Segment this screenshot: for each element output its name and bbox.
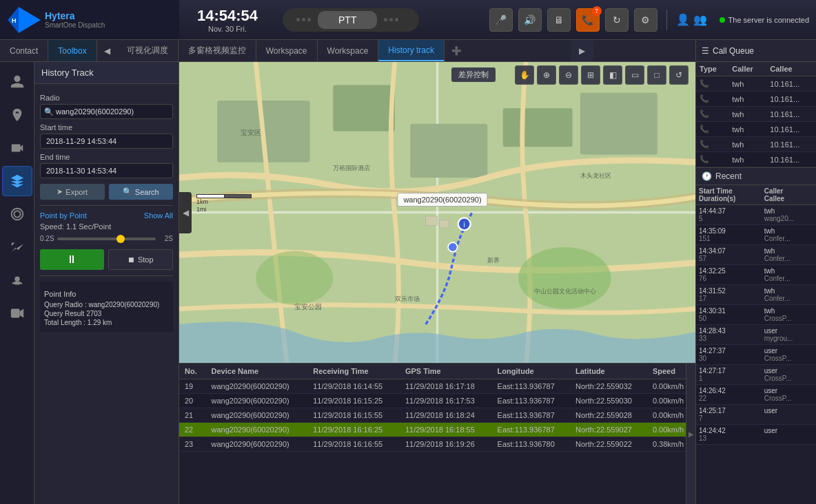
table-row[interactable]: 19wang20290(60020290)11/29/2018 16:14:55… (179, 379, 695, 394)
user-icon[interactable]: 👤 (676, 13, 690, 26)
pause-icon: ⏸ (66, 253, 77, 266)
search-icon-small: 🔍 (44, 107, 54, 116)
recent-row[interactable]: 14:25:177user (696, 405, 816, 425)
radio-input[interactable] (40, 104, 173, 119)
recent-row[interactable]: 14:26:4222userCrossP... (696, 385, 816, 405)
slider-thumb[interactable] (116, 235, 125, 243)
tab-multiview[interactable]: 多窗格视频监控 (178, 40, 256, 61)
map-collapse-button[interactable]: ◀ (179, 192, 192, 233)
export-arrow-icon: ➤ (57, 187, 63, 196)
call-row[interactable]: 📞twh10.161... (696, 107, 816, 122)
search-button[interactable]: 🔍 Search (109, 184, 174, 200)
show-all-btn[interactable]: Show All (144, 211, 173, 220)
ptt-dots-right (384, 18, 398, 21)
sidebar-icon-target[interactable] (2, 199, 32, 229)
tab-workspace2[interactable]: Workspace (318, 40, 379, 61)
tab-add[interactable]: ➕ (445, 46, 469, 56)
tab-visualization[interactable]: 可视化调度 (117, 40, 178, 61)
speed-slider[interactable] (57, 238, 156, 240)
tab-toolbox-close[interactable]: ◀ (97, 46, 117, 56)
sidebar-icon-chart[interactable] (2, 232, 32, 262)
play-pause-button[interactable]: ⏸ (40, 249, 104, 270)
monitor-button[interactable]: 🖥 (547, 8, 571, 32)
speaker-button[interactable]: 🔊 (518, 8, 542, 32)
table-row[interactable]: 23wang20290(60020290)11/29/2018 16:16:55… (179, 437, 695, 452)
map-area[interactable]: i 宝安区 万裕国际酒店 宝安公园 中山公园文化活动中心 木头龙社区 双乐市场 … (179, 62, 695, 363)
ptt-dot-5 (389, 18, 393, 21)
refresh-button[interactable]: ↻ (605, 8, 629, 32)
tab-toolbox[interactable]: Toolbox (48, 40, 96, 61)
recent-row[interactable]: 14:28:4333usermygrou... (696, 325, 816, 345)
table-row[interactable]: 21wang20290(60020290)11/29/2018 16:15:55… (179, 408, 695, 423)
sidebar-icon-camera[interactable] (2, 133, 32, 163)
sidebar-icon-video[interactable] (2, 298, 32, 328)
user-icon2[interactable]: 👥 (693, 13, 707, 26)
call-cell-callee: 10.161... (766, 76, 816, 92)
start-time-input[interactable] (40, 134, 173, 149)
table-cell-2: 11/29/2018 16:16:55 (307, 437, 400, 452)
phone-button[interactable]: 📞 7 (576, 8, 600, 32)
export-button[interactable]: ➤ Export (40, 184, 105, 200)
rect-tool[interactable]: ▭ (625, 65, 644, 85)
ptt-button[interactable]: PTT (318, 11, 377, 29)
settings-button[interactable]: ⚙ (634, 8, 657, 32)
table-scroll-indicator[interactable]: ▶ (686, 364, 695, 504)
stop-button[interactable]: ⏹ Stop (108, 249, 174, 270)
recent-row[interactable]: 14:27:3730userCrossP... (696, 345, 816, 365)
table-cell-1: wang20290(60020290) (206, 394, 308, 408)
table-row[interactable]: 20wang20290(60020290)11/29/2018 16:15:25… (179, 394, 695, 408)
table-cell-5: North:22.559022 (570, 437, 647, 452)
tab-workspace1[interactable]: Workspace (256, 40, 318, 61)
total-length-row: Total Length : 1.29 km (44, 319, 169, 326)
recent-row[interactable]: 14:32:2576twhConfer... (696, 265, 816, 285)
end-time-input[interactable] (40, 163, 173, 178)
sidebar-icon-device[interactable] (2, 265, 32, 295)
table-cell-2: 11/29/2018 16:15:55 (307, 408, 400, 423)
time-display: 14:54:54 (197, 7, 258, 25)
refresh-tool[interactable]: ↺ (669, 65, 688, 85)
product-name: SmartOne Dispatch (45, 21, 105, 29)
recent-caller-cell: twhConfer... (762, 265, 816, 285)
recent-row[interactable]: 14:27:171userCrossP... (696, 365, 816, 385)
call-row[interactable]: 📞twh10.161... (696, 122, 816, 137)
header: H Hytera SmartOne Dispatch 14:54:54 Nov.… (0, 0, 816, 40)
recent-row[interactable]: 14:44:375twhwang20... (696, 205, 816, 225)
call-table-body: 📞twh10.161...📞twh10.161...📞twh10.161...📞… (696, 76, 816, 167)
recent-time-cell: 14:24:4213 (696, 425, 762, 445)
svg-rect-14 (410, 124, 487, 178)
tab-contact[interactable]: Contact (0, 40, 48, 61)
call-cell-caller: twh (728, 92, 766, 107)
table-row[interactable]: 22wang20290(60020290)11/29/2018 16:16:25… (179, 423, 695, 437)
area-tool[interactable]: ⊞ (581, 65, 600, 85)
square-tool[interactable]: □ (647, 65, 666, 85)
svg-text:宝安区: 宝安区 (241, 129, 261, 136)
recent-row[interactable]: 14:24:4213user (696, 425, 816, 445)
call-row[interactable]: 📞twh10.161... (696, 152, 816, 167)
svg-rect-19 (426, 216, 438, 225)
zoom-out-tool[interactable]: ⊖ (559, 65, 578, 85)
zoom-in-tool[interactable]: ⊕ (537, 65, 556, 85)
sidebar-icon-track[interactable] (2, 166, 32, 196)
recent-row[interactable]: 14:34:0757twhConfer... (696, 245, 816, 265)
recent-time-cell: 14:26:4222 (696, 385, 762, 405)
pan-tool[interactable]: ✋ (515, 65, 534, 85)
call-row[interactable]: 📞twh10.161... (696, 92, 816, 107)
mic-button[interactable]: 🎤 (489, 8, 513, 32)
split-tool[interactable]: ◧ (603, 65, 622, 85)
table-cell-3: 11/29/2018 16:17:18 (400, 379, 492, 394)
date-display: Nov. 30 Fri. (208, 25, 247, 33)
speed-label: Speed: 1.1 Sec/Point (40, 222, 173, 231)
tabbar-end[interactable]: ▶ (571, 40, 593, 61)
sidebar-icon-gps[interactable] (2, 100, 32, 130)
svg-point-23 (448, 242, 457, 251)
call-cell-type: 📞 (696, 152, 728, 167)
tab-history[interactable]: History track (378, 40, 445, 61)
recent-row[interactable]: 14:30:3150twhCrossP... (696, 305, 816, 325)
point-by-point-btn[interactable]: Point by Point (40, 211, 87, 220)
sidebar-icon-contact[interactable] (2, 67, 32, 97)
call-row[interactable]: 📞twh10.161... (696, 76, 816, 92)
recent-row[interactable]: 14:35:09151twhConfer... (696, 225, 816, 245)
svg-marker-7 (19, 309, 23, 318)
call-row[interactable]: 📞twh10.161... (696, 137, 816, 152)
recent-row[interactable]: 14:31:5217twhConfer... (696, 285, 816, 305)
